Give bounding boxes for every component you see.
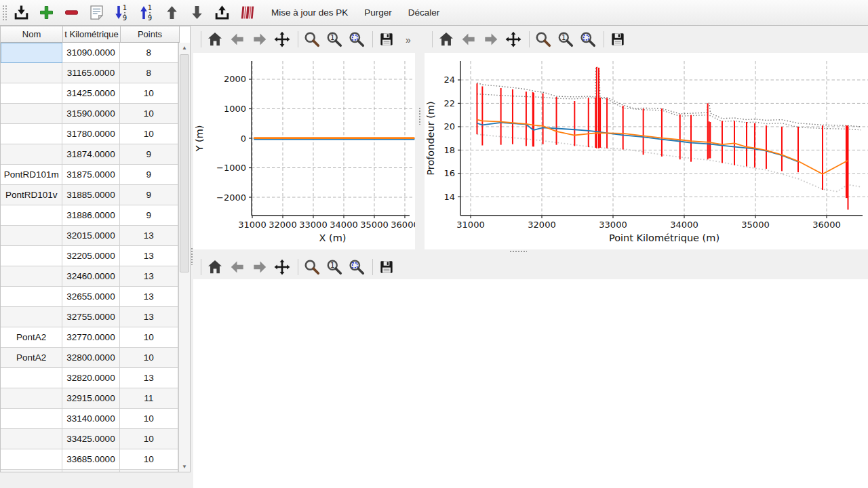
cell-nom[interactable] — [1, 449, 62, 470]
cell-nom[interactable] — [1, 144, 62, 165]
cell-nom[interactable] — [1, 226, 62, 246]
cell-points[interactable]: 10 — [120, 104, 178, 124]
zoom-rect-button[interactable] — [533, 29, 553, 49]
update-pk-button[interactable]: Mise à jour des PK — [265, 3, 354, 23]
cell-pk[interactable]: 32015.0000 — [62, 226, 119, 246]
cell-nom[interactable] — [1, 104, 62, 124]
home-button[interactable] — [436, 29, 456, 49]
cell-points[interactable]: 11 — [120, 388, 178, 409]
shift-button[interactable]: Décaler — [402, 3, 446, 23]
cell-nom[interactable]: PontA2 — [1, 327, 62, 348]
cell-points[interactable]: 13 — [120, 266, 178, 287]
cell-nom[interactable] — [1, 368, 62, 388]
cell-points[interactable]: 10 — [120, 124, 178, 144]
cell-nom[interactable]: PontRD101v — [1, 185, 62, 205]
cell-nom[interactable] — [1, 124, 62, 144]
cell-nom[interactable] — [1, 470, 62, 472]
cell-pk[interactable] — [62, 470, 119, 472]
column-header-nom[interactable]: Nom — [1, 26, 63, 43]
forward-button[interactable] — [250, 257, 270, 277]
scroll-down-icon[interactable]: ▼ — [179, 462, 190, 472]
cell-nom[interactable] — [1, 205, 62, 226]
cell-nom[interactable] — [1, 43, 62, 63]
add-button[interactable] — [35, 2, 57, 24]
scrollbar-thumb[interactable] — [180, 54, 189, 272]
cell-points[interactable]: 13 — [120, 246, 178, 266]
cell-points[interactable]: 9 — [120, 165, 178, 185]
cell-points[interactable]: 10 — [120, 348, 178, 368]
plan-view-canvas[interactable]: 310003200033000340003500036000−2000−1000… — [193, 53, 415, 249]
cell-pk[interactable]: 31780.0000 — [62, 124, 119, 144]
column-header-point-kilometrique[interactable]: t Kilométrique — [63, 26, 121, 43]
cell-pk[interactable]: 32655.0000 — [62, 287, 119, 307]
home-button[interactable] — [205, 257, 225, 277]
cell-pk[interactable]: 31165.0000 — [62, 63, 119, 83]
move-down-button[interactable] — [186, 2, 208, 24]
column-header-points[interactable]: Points — [121, 26, 180, 43]
cell-points[interactable]: 10 — [120, 327, 178, 348]
zoom-extents-button[interactable] — [578, 29, 598, 49]
pan-button[interactable] — [503, 29, 524, 49]
cell-points[interactable]: 9 — [120, 205, 178, 226]
cell-pk[interactable]: 31090.0000 — [62, 43, 119, 63]
cell-pk[interactable]: 33685.0000 — [62, 449, 119, 470]
pan-button[interactable] — [272, 257, 292, 277]
forward-button[interactable] — [481, 29, 501, 49]
cell-points[interactable]: 10 — [120, 83, 178, 104]
zoom-extents-button[interactable] — [347, 29, 367, 49]
cell-points[interactable]: 13 — [120, 307, 178, 327]
cell-points[interactable]: 10 — [120, 429, 178, 449]
zoom-one-button[interactable]: 1 — [324, 29, 344, 49]
import-button[interactable] — [10, 2, 32, 24]
cell-points[interactable]: 9 — [120, 185, 178, 205]
toolbar-grip[interactable] — [2, 5, 7, 21]
sort-ascending-button[interactable]: 19 — [136, 2, 157, 24]
cell-pk[interactable]: 31875.0000 — [62, 165, 119, 185]
cell-points[interactable]: 13 — [120, 226, 178, 246]
cell-points[interactable]: 8 — [120, 63, 178, 83]
table-scrollbar[interactable]: ▲ ▼ — [178, 43, 190, 472]
back-button[interactable] — [227, 257, 248, 277]
cell-nom[interactable] — [1, 409, 62, 429]
scroll-up-icon[interactable]: ▲ — [179, 43, 190, 53]
cell-pk[interactable]: 31590.0000 — [62, 104, 119, 124]
sort-descending-button[interactable]: 19 — [111, 2, 132, 24]
cell-pk[interactable]: 32755.0000 — [62, 307, 119, 327]
back-button[interactable] — [458, 29, 479, 49]
back-button[interactable] — [227, 29, 248, 49]
zoom-rect-button[interactable] — [302, 257, 322, 277]
cell-nom[interactable] — [1, 83, 62, 104]
cell-pk[interactable]: 31885.0000 — [62, 185, 119, 205]
cell-points[interactable]: 13 — [120, 287, 178, 307]
zoom-one-button[interactable]: 1 — [555, 29, 576, 49]
notes-button[interactable] — [85, 2, 107, 24]
cell-pk[interactable]: 32205.0000 — [62, 246, 119, 266]
save-button[interactable] — [376, 29, 397, 49]
move-up-button[interactable] — [161, 2, 182, 24]
cell-points[interactable]: 10 — [120, 449, 178, 470]
forward-button[interactable] — [250, 29, 270, 49]
cell-pk[interactable]: 32800.0000 — [62, 348, 119, 368]
cell-points[interactable] — [120, 470, 178, 472]
save-button[interactable] — [376, 257, 397, 277]
cell-points[interactable]: 13 — [120, 368, 178, 388]
zoom-rect-button[interactable] — [302, 29, 322, 49]
pan-button[interactable] — [272, 29, 292, 49]
cell-points[interactable]: 10 — [120, 409, 178, 429]
cell-nom[interactable] — [1, 266, 62, 287]
cell-nom[interactable] — [1, 388, 62, 409]
save-button[interactable] — [608, 29, 628, 49]
home-button[interactable] — [205, 29, 225, 49]
cell-pk[interactable]: 32460.0000 — [62, 266, 119, 287]
cell-pk[interactable]: 32915.0000 — [62, 388, 119, 409]
remove-button[interactable] — [60, 2, 82, 24]
cell-pk[interactable]: 31886.0000 — [62, 205, 119, 226]
cell-pk[interactable]: 32820.0000 — [62, 368, 119, 388]
cell-pk[interactable]: 31874.0000 — [62, 144, 119, 165]
profiles-button[interactable] — [236, 2, 258, 24]
zoom-one-button[interactable]: 1 — [324, 257, 344, 277]
cell-pk[interactable]: 32770.0000 — [62, 327, 119, 348]
empty-plot-canvas[interactable] — [193, 279, 868, 488]
cell-pk[interactable]: 33425.0000 — [62, 429, 119, 449]
cell-nom[interactable] — [1, 287, 62, 307]
